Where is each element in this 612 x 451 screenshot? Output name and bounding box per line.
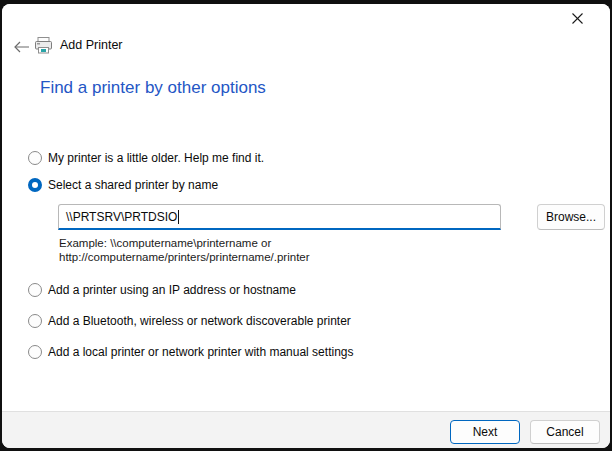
radio-label: Add a printer using an IP address or hos… bbox=[48, 283, 296, 297]
back-button[interactable] bbox=[10, 36, 34, 60]
example-line1: Example: \\computername\printername or bbox=[59, 237, 310, 251]
example-line2: http://computername/printers/printername… bbox=[59, 251, 310, 265]
radio-circle[interactable] bbox=[28, 314, 42, 328]
radio-circle[interactable] bbox=[28, 151, 42, 165]
back-arrow-icon bbox=[14, 39, 30, 57]
printer-icon bbox=[33, 35, 54, 56]
add-printer-dialog: Add Printer Find a printer by other opti… bbox=[2, 4, 610, 448]
browse-button-label: Browse... bbox=[546, 210, 596, 224]
radio-label: My printer is a little older. Help me fi… bbox=[48, 151, 264, 165]
radio-option-bluetooth-wireless[interactable]: Add a Bluetooth, wireless or network dis… bbox=[28, 313, 351, 329]
page-title: Find a printer by other options bbox=[40, 78, 266, 98]
radio-option-shared-printer[interactable]: Select a shared printer by name bbox=[28, 177, 218, 193]
radio-option-ip-address[interactable]: Add a printer using an IP address or hos… bbox=[28, 282, 296, 298]
wizard-title: Add Printer bbox=[60, 38, 123, 52]
radio-label: Select a shared printer by name bbox=[48, 178, 218, 192]
wizard-header: Add Printer bbox=[2, 34, 610, 64]
text-caret bbox=[178, 210, 179, 224]
cancel-button-label: Cancel bbox=[546, 425, 583, 439]
browse-button[interactable]: Browse... bbox=[537, 204, 605, 230]
radio-option-local-manual[interactable]: Add a local printer or network printer w… bbox=[28, 344, 353, 360]
radio-circle[interactable] bbox=[28, 283, 42, 297]
title-bar bbox=[2, 4, 610, 34]
radio-option-older-printer[interactable]: My printer is a little older. Help me fi… bbox=[28, 150, 264, 166]
printer-name-input[interactable]: \\PRTSRV\PRTDSIO bbox=[58, 204, 501, 230]
printer-name-value: \\PRTSRV\PRTDSIO bbox=[66, 210, 177, 224]
radio-circle-selected[interactable] bbox=[28, 178, 42, 192]
close-button[interactable] bbox=[562, 6, 592, 30]
next-button[interactable]: Next bbox=[450, 420, 520, 444]
example-hint: Example: \\computername\printername or h… bbox=[59, 237, 310, 264]
next-button-label: Next bbox=[473, 425, 498, 439]
cancel-button[interactable]: Cancel bbox=[530, 420, 600, 444]
radio-label: Add a Bluetooth, wireless or network dis… bbox=[48, 314, 351, 328]
radio-label: Add a local printer or network printer w… bbox=[48, 345, 353, 359]
radio-circle[interactable] bbox=[28, 345, 42, 359]
close-icon bbox=[572, 13, 583, 24]
